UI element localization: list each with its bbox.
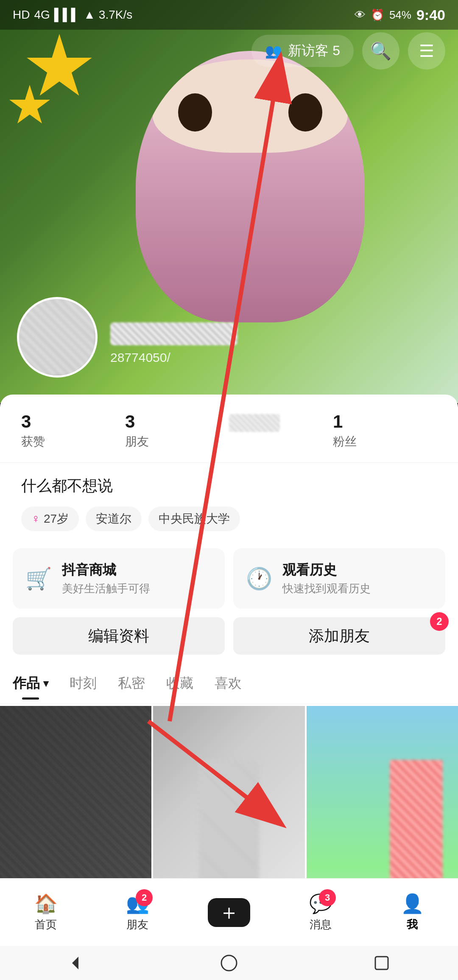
bottom-navigation: 🏠 首页 👥 朋友 2 ＋ 💬 消息 3 👤 我 [0,878,458,946]
likes-label: 粉丝 [333,434,357,450]
tab-likes[interactable]: 喜欢 [215,667,242,700]
content-tabs: 作品 ▾ 时刻 私密 收藏 喜欢 [0,663,458,704]
tab-favorites[interactable]: 收藏 [166,667,193,700]
clock: 9:40 [416,7,445,23]
create-button[interactable]: ＋ [208,898,250,927]
tag-university: 中央民族大学 [148,507,240,531]
stat-following[interactable]: 3 获赞 [21,412,125,450]
home-button[interactable] [216,950,242,976]
tab-works-dropdown: 作品 ▾ [13,674,48,693]
username-blurred [110,322,237,345]
svg-rect-2 [375,957,388,969]
nav-me-label: 我 [407,917,418,932]
profile-avatar[interactable] [17,297,98,378]
system-navigation [0,946,458,980]
profile-username-area: 28774050/ [110,322,237,365]
nav-create[interactable]: ＋ [183,898,275,927]
followers-label: 朋友 [125,434,149,450]
friends-badge: 2 [136,889,153,906]
profile-card: 3 获赞 3 朋友 关注 1 粉丝 什么都不想说 ♀ 27岁 安道尔 中 [0,395,458,912]
stat-followers[interactable]: 3 朋友 [125,412,229,450]
add-friend-badge: 2 [430,612,449,631]
location-label: 安道尔 [96,511,131,527]
tab-private[interactable]: 私密 [118,667,145,700]
history-text: 观看历史 快速找到观看历史 [282,561,371,596]
me-icon: 👤 [401,893,424,915]
nav-home[interactable]: 🏠 首页 [0,893,92,932]
tag-location: 安道尔 [86,507,142,531]
shop-text: 抖音商城 美好生活触手可得 [62,561,150,596]
likes-count: 1 [333,412,343,432]
following-count: 3 [21,412,31,432]
avatar-image [19,299,95,375]
hd-indicator: HD [13,8,30,22]
profile-id: 28774050/ [110,350,237,365]
battery-indicator: 54% [389,8,411,22]
add-friend-button[interactable]: 添加朋友 2 [233,617,445,655]
tag-age: ♀ 27岁 [21,507,79,531]
edit-profile-button[interactable]: 编辑资料 [13,617,225,655]
dropdown-arrow-icon: ▾ [43,678,48,689]
signal-bars: ▌▌▌ [54,8,80,22]
back-button[interactable] [64,950,89,976]
tab-moments[interactable]: 时刻 [70,667,97,700]
top-navigation: 👥 新访客 5 🔍 ☰ [0,30,458,72]
followers-count: 3 [125,412,135,432]
stat-third[interactable]: 关注 [229,412,333,450]
quick-actions: 🛒 抖音商城 美好生活触手可得 🕐 观看历史 快速找到观看历史 [13,548,445,609]
shop-icon: 🛒 [25,566,52,591]
university-label: 中央民族大学 [159,511,230,527]
alarm-icon: ⏰ [371,8,384,22]
visitor-icon: 👥 [265,43,282,59]
tags-row: ♀ 27岁 安道尔 中央民族大学 [21,507,437,531]
home-icon: 🏠 [34,893,58,915]
shop-card[interactable]: 🛒 抖音商城 美好生活触手可得 [13,548,225,609]
svg-marker-0 [72,957,78,969]
search-icon: 🔍 [370,41,391,61]
bio-section: 什么都不想说 ♀ 27岁 安道尔 中央民族大学 [0,463,458,540]
gender-icon: ♀ [31,512,40,526]
nav-me[interactable]: 👤 我 [366,893,458,932]
messages-badge: 3 [319,889,336,906]
status-left: HD 4G ▌▌▌ ▲ 3.7K/s [13,8,132,22]
tab-works[interactable]: 作品 ▾ [13,667,48,700]
nav-messages[interactable]: 💬 消息 3 [275,893,366,932]
status-right: 👁 ⏰ 54% 9:40 [355,7,445,23]
shop-title: 抖音商城 [62,561,150,580]
history-icon: 🕐 [246,566,272,591]
back-icon [66,952,87,974]
history-title: 观看历史 [282,561,371,580]
menu-button[interactable]: ☰ [408,32,445,70]
wifi-icon: ▲ 3.7K/s [84,8,132,22]
nav-friends[interactable]: 👥 朋友 2 [92,893,183,932]
third-count-blurred [229,414,280,432]
status-bar: HD 4G ▌▌▌ ▲ 3.7K/s 👁 ⏰ 54% 9:40 [0,0,458,30]
visitor-label: 新访客 5 [288,42,340,60]
plus-icon: ＋ [218,898,240,927]
age-label: 27岁 [44,511,69,527]
history-subtitle: 快速找到观看历史 [282,581,371,596]
home-nav-icon [218,952,240,974]
search-button[interactable]: 🔍 [362,32,399,70]
nav-friends-label: 朋友 [126,917,148,932]
signal-4g: 4G [34,8,50,22]
bio-text: 什么都不想说 [21,476,437,496]
eye-icon: 👁 [355,8,366,22]
shop-subtitle: 美好生活触手可得 [62,581,150,596]
nav-messages-label: 消息 [310,917,332,932]
following-label: 获赞 [21,434,45,450]
recents-button[interactable] [369,950,394,976]
stat-likes[interactable]: 1 粉丝 [333,412,437,450]
menu-icon: ☰ [419,41,434,61]
stats-row: 3 获赞 3 朋友 关注 1 粉丝 [0,395,458,463]
visitor-button[interactable]: 👥 新访客 5 [251,35,354,67]
svg-point-1 [221,955,237,971]
history-card[interactable]: 🕐 观看历史 快速找到观看历史 [233,548,445,609]
nav-home-label: 首页 [35,917,57,932]
recents-icon [371,952,392,974]
action-buttons: 编辑资料 添加朋友 2 [13,617,445,655]
